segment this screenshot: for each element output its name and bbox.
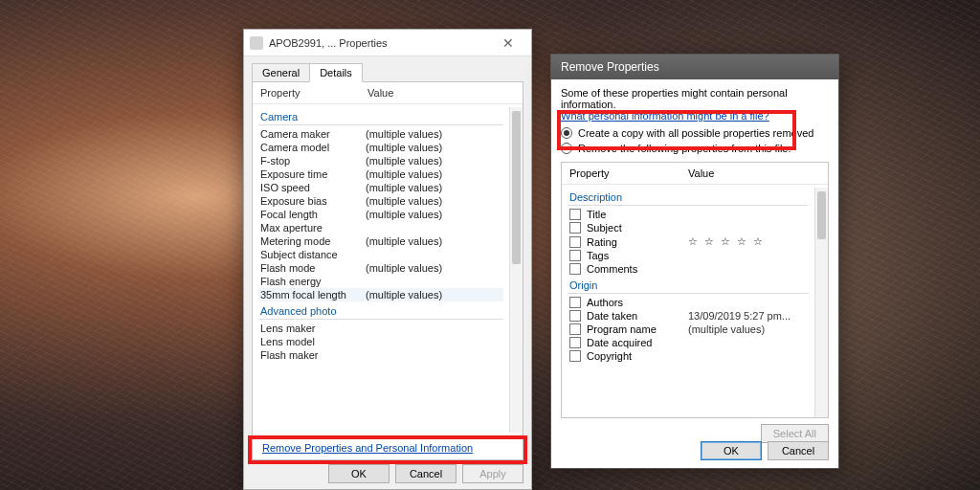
radio-icon-checked[interactable] bbox=[561, 127, 572, 139]
rp-row-date-acquired[interactable]: Date acquired bbox=[568, 336, 809, 349]
checkbox-icon[interactable] bbox=[569, 222, 581, 234]
rp-row-program-name[interactable]: Program name(multiple values) bbox=[568, 323, 809, 336]
radio-label-2: Remove the following properties from thi… bbox=[578, 143, 791, 154]
tab-details[interactable]: Details bbox=[309, 63, 363, 82]
radio-icon-unchecked[interactable] bbox=[561, 143, 572, 154]
remove-title-text: Remove Properties bbox=[561, 60, 659, 74]
rp-row-date-taken[interactable]: Date taken13/09/2019 5:27 pm... bbox=[568, 309, 809, 323]
rp-scrollbar-thumb[interactable] bbox=[817, 191, 826, 239]
tab-row: General Details bbox=[244, 56, 531, 81]
details-panel: Property Value Camera Camera maker(multi… bbox=[252, 81, 523, 460]
window-icon bbox=[250, 36, 263, 50]
row-max-aperture[interactable]: Max aperture bbox=[258, 221, 503, 234]
row-lens-model[interactable]: Lens model bbox=[258, 335, 503, 348]
remove-dialog-buttons: OK Cancel bbox=[701, 441, 829, 460]
remove-properties-table: Property Value Description Title Subject… bbox=[561, 162, 829, 418]
section-origin: Origin bbox=[568, 278, 809, 294]
row-flash-maker[interactable]: Flash maker bbox=[258, 348, 503, 362]
remove-titlebar[interactable]: Remove Properties bbox=[551, 55, 838, 79]
rp-header-value: Value bbox=[688, 167, 820, 179]
properties-list[interactable]: Camera Camera maker(multiple values) Cam… bbox=[253, 107, 509, 433]
radio-create-copy[interactable]: Create a copy with all possible properti… bbox=[561, 125, 829, 141]
checkbox-icon[interactable] bbox=[569, 263, 581, 275]
rp-row-copyright[interactable]: Copyright bbox=[568, 349, 809, 363]
remove-properties-dialog: Remove Properties Some of these properti… bbox=[550, 54, 839, 469]
section-advanced-photo: Advanced photo bbox=[258, 303, 503, 320]
row-iso-speed[interactable]: ISO speed(multiple values) bbox=[258, 181, 503, 194]
select-all-row: Select All bbox=[561, 424, 829, 443]
row-flash-energy[interactable]: Flash energy bbox=[258, 275, 503, 288]
row-lens-maker[interactable]: Lens maker bbox=[258, 322, 503, 335]
titlebar[interactable]: APOB2991, ... Properties ✕ bbox=[244, 30, 531, 56]
dialog-buttons: OK Cancel Apply bbox=[328, 464, 523, 483]
checkbox-icon[interactable] bbox=[569, 310, 581, 322]
rp-column-headers: Property Value bbox=[562, 163, 828, 185]
radio-label-1: Create a copy with all possible properti… bbox=[578, 127, 813, 139]
hint-link[interactable]: What personal information might be in a … bbox=[561, 110, 769, 122]
rp-header-property: Property bbox=[569, 167, 688, 179]
rp-row-tags[interactable]: Tags bbox=[568, 249, 809, 262]
checkbox-icon[interactable] bbox=[569, 323, 581, 335]
rp-scrollbar[interactable] bbox=[814, 188, 828, 417]
checkbox-icon[interactable] bbox=[569, 350, 581, 362]
scrollbar-thumb[interactable] bbox=[512, 111, 521, 264]
rp-row-rating[interactable]: Rating☆ ☆ ☆ ☆ ☆ bbox=[568, 234, 809, 249]
close-icon[interactable]: ✕ bbox=[491, 35, 525, 51]
header-property: Property bbox=[260, 87, 368, 99]
checkbox-icon[interactable] bbox=[569, 209, 581, 220]
rp-list[interactable]: Description Title Subject Rating☆ ☆ ☆ ☆ … bbox=[562, 188, 814, 417]
checkbox-icon[interactable] bbox=[569, 297, 581, 308]
column-headers: Property Value bbox=[253, 82, 523, 104]
row-35mm-focal-length[interactable]: 35mm focal length(multiple values) bbox=[258, 288, 503, 301]
row-camera-maker[interactable]: Camera maker(multiple values) bbox=[258, 127, 503, 141]
remove-cancel-button[interactable]: Cancel bbox=[768, 441, 829, 460]
row-exposure-time[interactable]: Exposure time(multiple values) bbox=[258, 167, 503, 181]
row-f-stop[interactable]: F-stop(multiple values) bbox=[258, 154, 503, 167]
hint-text: Some of these properties might contain p… bbox=[561, 87, 829, 110]
section-description: Description bbox=[568, 189, 809, 206]
rp-row-title[interactable]: Title bbox=[568, 208, 809, 221]
rp-row-authors[interactable]: Authors bbox=[568, 296, 809, 309]
section-camera: Camera bbox=[258, 109, 503, 125]
remove-body: Some of these properties might contain p… bbox=[551, 79, 838, 451]
checkbox-icon[interactable] bbox=[569, 337, 581, 348]
remove-properties-link[interactable]: Remove Properties and Personal Informati… bbox=[262, 442, 473, 454]
radio-remove-from-file[interactable]: Remove the following properties from thi… bbox=[561, 141, 829, 156]
row-subject-distance[interactable]: Subject distance bbox=[258, 248, 503, 261]
checkbox-icon[interactable] bbox=[569, 236, 581, 248]
row-flash-mode[interactable]: Flash mode(multiple values) bbox=[258, 261, 503, 275]
row-metering-mode[interactable]: Metering mode(multiple values) bbox=[258, 234, 503, 248]
header-value: Value bbox=[368, 87, 515, 99]
row-exposure-bias[interactable]: Exposure bias(multiple values) bbox=[258, 194, 503, 208]
remove-ok-button[interactable]: OK bbox=[701, 441, 762, 460]
cancel-button[interactable]: Cancel bbox=[395, 464, 457, 483]
apply-button: Apply bbox=[462, 464, 523, 483]
properties-dialog: APOB2991, ... Properties ✕ General Detai… bbox=[243, 29, 532, 490]
row-focal-length[interactable]: Focal length(multiple values) bbox=[258, 208, 503, 221]
rp-row-subject[interactable]: Subject bbox=[568, 221, 809, 234]
tab-general[interactable]: General bbox=[252, 63, 310, 82]
select-all-button: Select All bbox=[761, 424, 829, 443]
ok-button[interactable]: OK bbox=[328, 464, 390, 483]
desktop-wallpaper: APOB2991, ... Properties ✕ General Detai… bbox=[0, 0, 980, 490]
checkbox-icon[interactable] bbox=[569, 250, 581, 261]
rating-stars-icon: ☆ ☆ ☆ ☆ ☆ bbox=[688, 235, 807, 248]
remove-link-row: Remove Properties and Personal Informati… bbox=[258, 438, 517, 457]
window-title: APOB2991, ... Properties bbox=[269, 37, 491, 49]
rp-row-comments[interactable]: Comments bbox=[568, 262, 809, 276]
row-camera-model[interactable]: Camera model(multiple values) bbox=[258, 141, 503, 154]
scrollbar[interactable] bbox=[509, 107, 523, 433]
